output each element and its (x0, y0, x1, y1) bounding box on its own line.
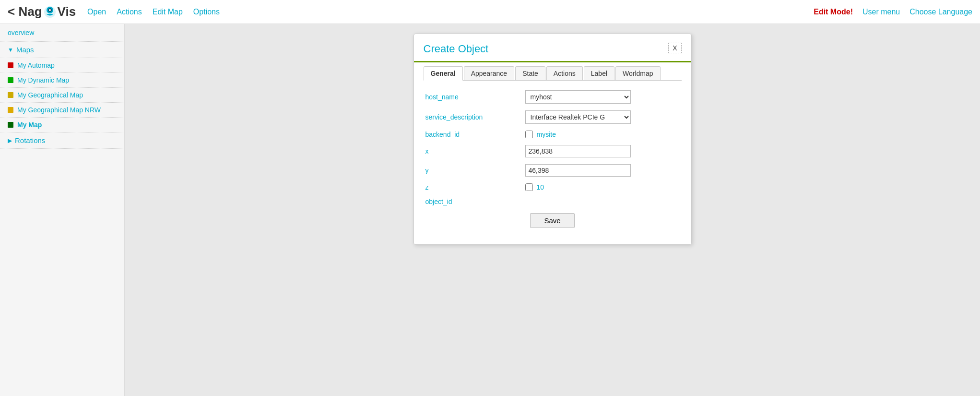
sidebar-item-my-geographical-map[interactable]: My Geographical Map (0, 88, 124, 103)
save-button[interactable]: Save (530, 213, 574, 228)
choose-language-link[interactable]: Choose Language (909, 8, 972, 16)
sidebar: overview ▼ Maps My Automap My Dynamic Ma… (0, 24, 125, 396)
sidebar-item-my-geographical-map-nrw[interactable]: My Geographical Map NRW (0, 103, 124, 118)
dialog-title: Create Object (424, 43, 489, 55)
sidebar-item-my-map[interactable]: My Map (0, 118, 124, 132)
x-control (525, 145, 680, 157)
sidebar-item-label: My Geographical Map (17, 91, 83, 99)
object-id-label: object_id (425, 198, 521, 205)
dialog-divider (414, 61, 691, 62)
nav-open[interactable]: Open (87, 8, 106, 16)
sidebar-maps-label: Maps (16, 46, 34, 54)
nav-edit-map[interactable]: Edit Map (153, 8, 183, 16)
form-row-x: x (425, 145, 680, 157)
logo-text-right: Vis (58, 4, 76, 19)
sidebar-item-label: My Automap (17, 61, 55, 69)
sidebar-item-my-automap[interactable]: My Automap (0, 58, 124, 73)
backend-id-checkbox[interactable] (525, 131, 533, 138)
sidebar-maps-section[interactable]: ▼ Maps (0, 42, 124, 58)
sidebar-item-label: My Geographical Map NRW (17, 106, 101, 114)
sidebar-item-label: My Map (17, 121, 42, 129)
form-row-y: y (425, 164, 680, 177)
logo[interactable]: < Nag Vis (8, 4, 76, 19)
rotations-arrow-icon: ▶ (8, 137, 12, 144)
sidebar-item-label: My Dynamic Map (17, 76, 69, 84)
z-value: 10 (537, 183, 544, 191)
backend-id-label: backend_id (425, 131, 521, 138)
tab-appearance[interactable]: Appearance (464, 66, 515, 80)
z-control: 10 (525, 183, 680, 191)
tab-label[interactable]: Label (584, 66, 614, 80)
form-row-backend-id: backend_id mysite (425, 131, 680, 138)
tab-worldmap[interactable]: Worldmap (615, 66, 661, 80)
logo-icon (43, 5, 57, 19)
edit-mode-button[interactable]: Edit Mode! (814, 8, 853, 16)
form-row-object-id: object_id (425, 198, 680, 205)
dialog-header: Create Object X (414, 34, 691, 59)
y-control (525, 164, 680, 177)
nav-actions[interactable]: Actions (117, 8, 142, 16)
my-geographical-map-nrw-status-icon (8, 107, 13, 113)
my-dynamic-map-status-icon (8, 77, 13, 83)
nav-right-area: Edit Mode! User menu Choose Language (814, 8, 972, 16)
svg-point-3 (49, 9, 51, 11)
host-name-control: myhost (525, 90, 680, 104)
tab-actions[interactable]: Actions (546, 66, 583, 80)
sidebar-item-my-dynamic-map[interactable]: My Dynamic Map (0, 73, 124, 88)
service-description-select[interactable]: Interface Realtek PCIe G (525, 110, 631, 124)
service-description-label: service_description (425, 113, 521, 121)
main-content: Create Object X General Appearance State… (125, 24, 980, 396)
my-map-status-icon (8, 122, 13, 128)
form-row-service-description: service_description Interface Realtek PC… (425, 110, 680, 124)
form-row-host-name: host_name myhost (425, 90, 680, 104)
z-label: z (425, 183, 521, 191)
host-name-label: host_name (425, 93, 521, 101)
x-input[interactable] (525, 145, 631, 157)
tab-general[interactable]: General (424, 66, 463, 81)
dialog-form: host_name myhost service_description Int… (414, 81, 691, 233)
service-description-control: Interface Realtek PCIe G (525, 110, 680, 124)
x-label: x (425, 147, 521, 155)
backend-id-value: mysite (537, 131, 556, 138)
sidebar-rotations-label: Rotations (15, 136, 45, 144)
z-checkbox[interactable] (525, 183, 533, 191)
tab-state[interactable]: State (515, 66, 545, 80)
y-input[interactable] (525, 164, 631, 177)
user-menu-link[interactable]: User menu (862, 8, 900, 16)
page-layout: overview ▼ Maps My Automap My Dynamic Ma… (0, 24, 980, 396)
host-name-select[interactable]: myhost (525, 90, 631, 104)
my-automap-status-icon (8, 62, 13, 68)
form-row-z: z 10 (425, 183, 680, 191)
my-geographical-map-status-icon (8, 92, 13, 98)
top-navigation: < Nag Vis Open Actions Edit Map Options … (0, 0, 980, 24)
sidebar-rotations-section[interactable]: ▶ Rotations (0, 132, 124, 149)
dialog-close-button[interactable]: X (668, 43, 681, 53)
backend-id-control: mysite (525, 131, 680, 138)
sidebar-overview[interactable]: overview (0, 24, 124, 42)
y-label: y (425, 167, 521, 174)
logo-text-left: < Nag (8, 4, 42, 19)
nav-options[interactable]: Options (193, 8, 220, 16)
dialog-tabs: General Appearance State Actions Label W… (424, 66, 682, 81)
save-area: Save (425, 213, 680, 228)
maps-arrow-icon: ▼ (8, 47, 13, 53)
create-object-dialog: Create Object X General Appearance State… (413, 34, 692, 245)
